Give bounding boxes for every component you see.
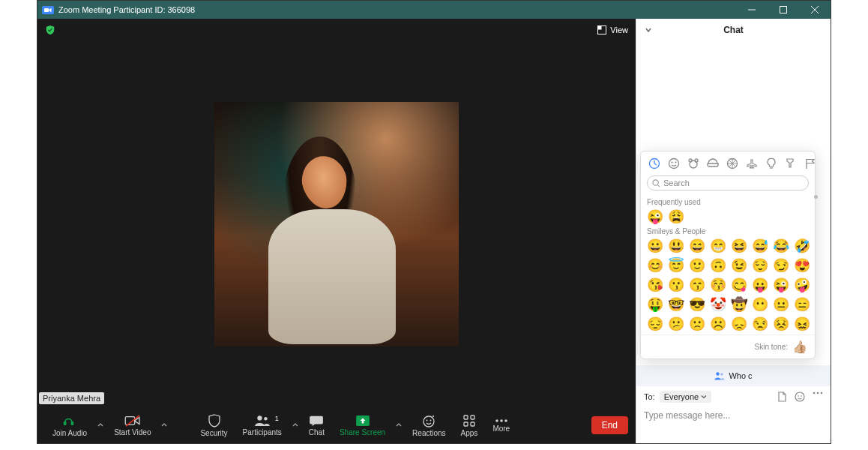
participant-count: 1 bbox=[275, 415, 279, 422]
svg-rect-18 bbox=[471, 416, 474, 419]
emoji-tab-objects-icon[interactable] bbox=[765, 158, 777, 170]
video-options-chevron[interactable] bbox=[158, 422, 170, 428]
emoji-cell[interactable]: 😶 bbox=[752, 297, 767, 312]
svg-line-43 bbox=[657, 184, 660, 187]
emoji-tab-flags-icon[interactable] bbox=[804, 158, 816, 170]
emoji-tab-animals-icon[interactable] bbox=[687, 158, 699, 170]
emoji-cell[interactable]: 😔 bbox=[647, 316, 662, 332]
minimize-button[interactable] bbox=[736, 1, 768, 19]
share-screen-button[interactable]: Share Screen bbox=[332, 412, 393, 440]
emoji-cell[interactable]: 😐 bbox=[773, 297, 788, 312]
emoji-cell[interactable]: 😊 bbox=[647, 258, 662, 273]
emoji-cell[interactable]: 🤣 bbox=[794, 238, 809, 254]
emoji-cell[interactable]: 😎 bbox=[689, 297, 704, 312]
emoji-cell[interactable]: ☹️ bbox=[710, 316, 725, 332]
emoji-cell[interactable]: 😏 bbox=[773, 258, 788, 273]
emoji-cell[interactable]: 😀 bbox=[647, 238, 662, 254]
emoji-cell[interactable]: 🤪 bbox=[794, 278, 809, 292]
emoji-cell[interactable]: 😩 bbox=[668, 209, 683, 224]
apps-button[interactable]: Apps bbox=[453, 411, 486, 440]
participants-options-chevron[interactable] bbox=[289, 422, 301, 428]
emoji-cell[interactable]: 😜 bbox=[773, 278, 788, 292]
share-options-chevron[interactable] bbox=[393, 422, 405, 428]
emoji-tab-travel-icon[interactable] bbox=[746, 158, 758, 170]
emoji-cell[interactable]: 😣 bbox=[773, 316, 788, 332]
emoji-cell[interactable]: 😞 bbox=[731, 316, 746, 332]
chat-to-dropdown[interactable]: Everyone bbox=[660, 391, 711, 403]
emoji-cell[interactable]: 😇 bbox=[668, 258, 683, 273]
emoji-scrollbar[interactable] bbox=[814, 195, 818, 199]
svg-point-21 bbox=[495, 419, 498, 422]
svg-point-30 bbox=[817, 392, 819, 394]
svg-rect-6 bbox=[598, 26, 602, 30]
chat-message-input[interactable]: Type message here... bbox=[636, 407, 831, 443]
view-button[interactable]: View bbox=[597, 26, 628, 34]
emoji-cell[interactable]: 😚 bbox=[710, 278, 725, 292]
emoji-cell[interactable]: 🤓 bbox=[668, 297, 683, 312]
svg-point-33 bbox=[669, 159, 679, 169]
audio-options-chevron[interactable] bbox=[94, 422, 106, 428]
svg-point-38 bbox=[695, 159, 698, 162]
emoji-cell[interactable]: 🙃 bbox=[710, 258, 725, 273]
emoji-tab-smileys-icon[interactable] bbox=[668, 158, 680, 170]
who-can-see-button[interactable]: Who c bbox=[636, 365, 831, 386]
emoji-cell[interactable]: 😄 bbox=[689, 238, 704, 254]
emoji-tab-symbols-icon[interactable] bbox=[785, 158, 797, 170]
svg-point-15 bbox=[427, 419, 428, 421]
svg-point-34 bbox=[672, 162, 672, 163]
emoji-tab-food-icon[interactable] bbox=[707, 158, 719, 170]
emoji-cell[interactable]: 😍 bbox=[794, 258, 809, 273]
chat-emoji-icon[interactable] bbox=[795, 392, 805, 402]
security-button[interactable]: Security bbox=[193, 411, 235, 440]
chat-to-label: To: bbox=[644, 392, 655, 401]
emoji-cell[interactable]: 😋 bbox=[731, 278, 746, 292]
emoji-cell[interactable]: 😒 bbox=[752, 316, 767, 332]
emoji-cell[interactable]: 😃 bbox=[668, 238, 683, 254]
emoji-cell[interactable]: 😅 bbox=[752, 238, 767, 254]
reactions-button[interactable]: Reactions bbox=[405, 411, 453, 440]
meeting-toolbar: Join Audio Start Video Security Particip… bbox=[37, 407, 636, 443]
svg-point-35 bbox=[675, 162, 676, 163]
emoji-cell[interactable]: 😆 bbox=[731, 238, 746, 254]
emoji-cell[interactable]: 😙 bbox=[689, 278, 704, 292]
maximize-button[interactable] bbox=[768, 1, 799, 19]
participant-video[interactable] bbox=[214, 102, 459, 346]
more-button[interactable]: More bbox=[485, 416, 517, 436]
chat-more-icon[interactable] bbox=[813, 392, 823, 402]
close-button[interactable] bbox=[799, 1, 831, 19]
emoji-search-input[interactable]: Search bbox=[647, 176, 809, 190]
emoji-cell[interactable]: 😂 bbox=[773, 238, 788, 254]
participant-name-label: Priyanka Mehra bbox=[39, 392, 104, 404]
emoji-cell[interactable]: 😕 bbox=[668, 316, 683, 332]
start-video-button[interactable]: Start Video bbox=[106, 412, 158, 440]
skin-tone-selector[interactable]: 👍🏼 bbox=[792, 340, 807, 354]
emoji-cell[interactable]: 🤡 bbox=[710, 297, 725, 312]
emoji-cell[interactable]: 😑 bbox=[794, 297, 809, 312]
emoji-cell[interactable]: 😉 bbox=[731, 258, 746, 273]
chat-button[interactable]: Chat bbox=[301, 412, 332, 440]
svg-rect-19 bbox=[464, 422, 468, 426]
encryption-shield-icon[interactable] bbox=[45, 25, 55, 35]
join-audio-button[interactable]: Join Audio bbox=[45, 411, 94, 440]
emoji-cell[interactable]: 🙁 bbox=[689, 316, 704, 332]
skin-tone-label: Skin tone: bbox=[755, 343, 788, 351]
svg-point-14 bbox=[424, 416, 434, 427]
emoji-cell[interactable]: 😜 bbox=[647, 209, 662, 224]
emoji-tab-activity-icon[interactable] bbox=[726, 158, 738, 170]
emoji-cell[interactable]: 😁 bbox=[710, 238, 725, 254]
chat-collapse-chevron[interactable] bbox=[644, 26, 653, 34]
emoji-cell[interactable]: 😗 bbox=[668, 278, 683, 292]
emoji-cell[interactable]: 😖 bbox=[794, 316, 809, 332]
svg-rect-2 bbox=[780, 7, 787, 14]
participants-button[interactable]: Participants 1 bbox=[235, 412, 289, 440]
emoji-cell[interactable]: 😛 bbox=[752, 278, 767, 292]
emoji-cell[interactable]: 🤠 bbox=[731, 297, 746, 312]
chat-file-icon[interactable] bbox=[777, 392, 787, 402]
emoji-cell[interactable]: 🙂 bbox=[689, 258, 704, 273]
emoji-cell[interactable]: 😌 bbox=[752, 258, 767, 273]
emoji-tab-recent-icon[interactable] bbox=[648, 158, 660, 170]
emoji-cell[interactable]: 😘 bbox=[647, 278, 662, 292]
emoji-cell[interactable]: 🤑 bbox=[647, 297, 662, 312]
end-meeting-button[interactable]: End bbox=[591, 416, 628, 434]
svg-point-26 bbox=[795, 392, 804, 401]
